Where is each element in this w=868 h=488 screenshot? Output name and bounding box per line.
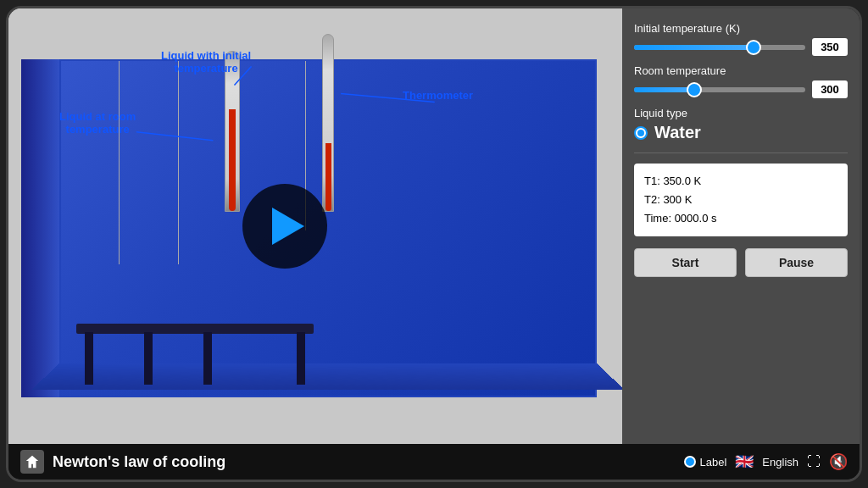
room-floor [31, 363, 622, 390]
liquid-type-value: Water [654, 123, 701, 142]
initial-temp-slider-track[interactable] [634, 45, 805, 50]
label-thermometer: Thermometer [403, 89, 473, 102]
thermometer-2-fill [326, 143, 331, 211]
info-time: Time: 0000.0 s [644, 209, 837, 228]
initial-temp-value: 350 [812, 38, 848, 56]
room-temp-control: Room temperature 300 [634, 64, 848, 98]
simulation-area: Liquid with initial temperature Liquid a… [8, 8, 622, 444]
room-temp-value: 300 [812, 80, 848, 98]
main-content: Liquid with initial temperature Liquid a… [8, 8, 860, 444]
home-button[interactable] [20, 450, 44, 474]
liquid-type-control: Liquid type Water [634, 107, 848, 142]
info-t2: T2: 300 K [644, 191, 837, 209]
thermometer-2 [322, 34, 334, 212]
app-title: Newton's law of cooling [53, 453, 676, 471]
language-text: English [762, 456, 798, 469]
initial-temp-label: Initial temperature (K) [634, 22, 848, 35]
info-t1: T1: 350.0 K [644, 172, 837, 191]
initial-temp-slider-thumb[interactable] [746, 40, 761, 55]
room-temp-slider-track[interactable] [634, 87, 805, 92]
flag-icon: 🇬🇧 [735, 452, 754, 471]
room-temp-slider-row: 300 [634, 80, 848, 98]
play-icon [272, 208, 304, 245]
table-top [76, 324, 314, 334]
info-box: T1: 350.0 K T2: 300 K Time: 0000.0 s [634, 164, 848, 236]
fullscreen-button[interactable]: ⛶ [807, 454, 821, 469]
home-icon [25, 454, 40, 469]
mute-button[interactable]: 🔇 [829, 452, 848, 471]
label-liquid-initial: Liquid with initial temperature [161, 49, 251, 75]
table-leg-2 [144, 332, 153, 385]
liquid-type-row: Water [634, 123, 848, 142]
radio-inner [637, 130, 644, 136]
table-leg-4 [297, 332, 305, 385]
initial-temp-control: Initial temperature (K) 350 [634, 22, 848, 56]
liquid-type-radio[interactable] [634, 126, 648, 140]
support-string-1 [119, 61, 120, 264]
outer-frame: Liquid with initial temperature Liquid a… [6, 6, 862, 482]
thermometer-1 [225, 51, 240, 212]
bottom-right: Label 🇬🇧 English ⛶ 🔇 [684, 452, 848, 471]
label-toggle-icon [684, 456, 696, 468]
room-temp-label: Room temperature [634, 64, 848, 77]
button-row: Start Pause [634, 248, 848, 277]
room-temp-slider-thumb[interactable] [687, 82, 702, 97]
table-leg-3 [203, 332, 212, 385]
support-string-2 [178, 61, 179, 264]
liquid-type-label: Liquid type [634, 107, 848, 119]
label-toggle-text: Label [700, 456, 727, 469]
thermometer-1-fill [229, 109, 236, 211]
right-panel: Initial temperature (K) 350 Room tempera… [622, 8, 860, 444]
label-toggle[interactable]: Label [684, 456, 727, 469]
table-leg-1 [85, 332, 93, 385]
initial-temp-slider-row: 350 [634, 38, 848, 56]
start-button[interactable]: Start [634, 248, 737, 277]
room-temp-slider-fill [634, 87, 694, 92]
play-button[interactable] [242, 184, 327, 269]
initial-temp-slider-fill [634, 45, 754, 50]
room-left-wall [21, 59, 64, 397]
label-liquid-room: Liquid at room temperature [59, 110, 136, 136]
bottom-bar: Newton's law of cooling Label 🇬🇧 English… [8, 444, 860, 480]
pause-button[interactable]: Pause [745, 248, 848, 277]
divider [634, 152, 848, 153]
